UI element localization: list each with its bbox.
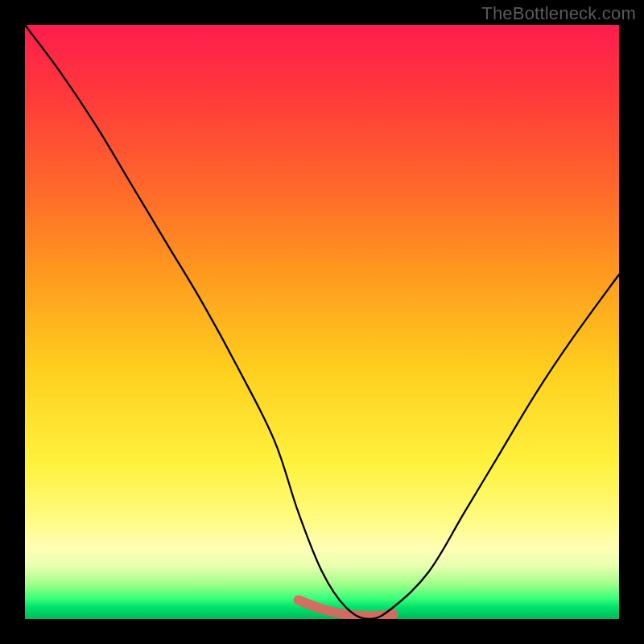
bottleneck-chart: TheBottleneck.com (0, 0, 644, 644)
bottleneck-curve (25, 25, 619, 619)
plot-area (25, 25, 619, 619)
curve-layer (25, 25, 619, 619)
watermark-label: TheBottleneck.com (481, 3, 636, 24)
